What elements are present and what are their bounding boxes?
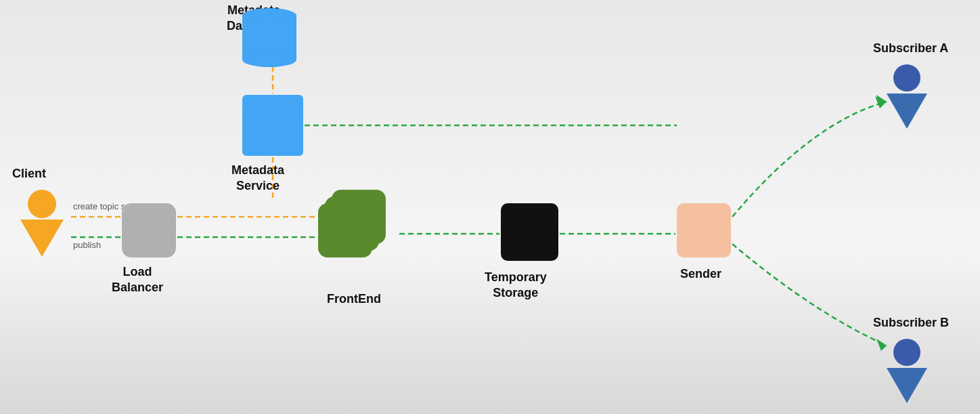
metadata-service-box — [242, 95, 303, 156]
svg-marker-7 — [876, 95, 887, 107]
subscriber-a-triangle — [887, 94, 927, 129]
svg-marker-10 — [876, 339, 887, 351]
subscriber-b-circle — [893, 339, 920, 366]
diagram-container: Client create topic subscribe publish Lo… — [0, 0, 980, 414]
sender-label: Sender — [680, 266, 721, 282]
metadata-database-figure — [242, 8, 296, 67]
subscriber-a-figure — [887, 64, 927, 129]
load-balancer-label: LoadBalancer — [112, 264, 163, 296]
temporary-storage-box — [501, 203, 558, 261]
subscriber-b-triangle — [887, 368, 927, 403]
frontend-label: FrontEnd — [327, 291, 381, 307]
client-figure — [20, 190, 64, 257]
temporary-storage-label: TemporaryStorage — [485, 270, 547, 302]
metadata-service-label: MetadataService — [231, 163, 284, 194]
client-label: Client — [12, 166, 46, 182]
load-balancer-box — [122, 203, 176, 257]
sender-box — [677, 203, 731, 257]
client-circle — [28, 190, 56, 218]
client-triangle — [20, 220, 64, 257]
subscriber-a-label: Subscriber A — [873, 41, 948, 56]
svg-marker-11 — [875, 96, 885, 108]
subscriber-a-circle — [893, 64, 920, 91]
publish-label: publish — [73, 240, 101, 250]
frontend-box-front — [318, 203, 372, 257]
subscriber-b-figure — [887, 339, 927, 403]
subscriber-b-label: Subscriber B — [873, 315, 949, 331]
